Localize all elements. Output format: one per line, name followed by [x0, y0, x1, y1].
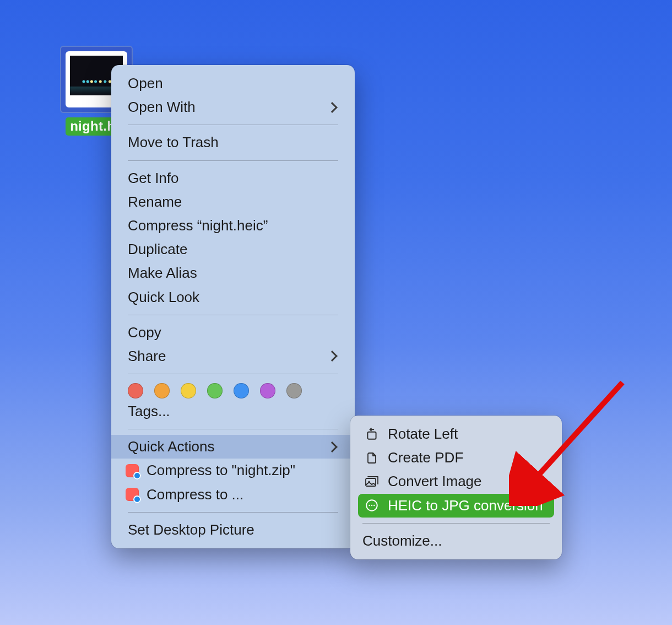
menu-item-label: Make Alias [128, 265, 197, 282]
tag-color-orange[interactable] [154, 383, 170, 398]
menu-compress-to[interactable]: Compress to ... [111, 483, 355, 507]
ellipsis-circle-icon [362, 498, 381, 513]
svg-rect-1 [366, 478, 376, 486]
svg-point-4 [368, 505, 370, 507]
menu-open[interactable]: Open [111, 72, 355, 95]
menu-item-label: Set Desktop Picture [128, 521, 254, 538]
menu-separator [362, 523, 550, 524]
submenu-heic-to-jpg[interactable]: HEIC to JPG conversion [358, 494, 554, 518]
image-stack-icon [362, 474, 381, 489]
menu-move-to-trash[interactable]: Move to Trash [111, 131, 355, 154]
menu-open-with[interactable]: Open With [111, 95, 355, 119]
menu-item-label: Rotate Left [388, 425, 458, 443]
chevron-right-icon [327, 351, 338, 362]
menu-set-desktop-picture[interactable]: Set Desktop Picture [111, 518, 355, 542]
tag-color-green[interactable] [207, 383, 223, 398]
menu-rename[interactable]: Rename [111, 190, 355, 214]
menu-item-label: Rename [128, 193, 182, 211]
menu-item-label: Customize... [362, 532, 442, 549]
tag-color-red[interactable] [128, 383, 143, 398]
svg-rect-0 [367, 432, 376, 439]
menu-separator [128, 512, 338, 513]
menu-separator [128, 125, 338, 125]
submenu-convert-image[interactable]: Convert Image [350, 470, 562, 493]
menu-item-label: Open [128, 75, 163, 92]
menu-item-label: Compress to "night.zip" [147, 462, 295, 479]
tag-color-blue[interactable] [234, 383, 249, 398]
menu-item-label: Get Info [128, 170, 179, 187]
menu-item-label: Tags... [128, 403, 170, 420]
menu-item-label: Open With [128, 99, 196, 116]
menu-item-label: Share [128, 348, 166, 365]
menu-quick-actions[interactable]: Quick Actions [111, 435, 355, 459]
submenu-customize[interactable]: Customize... [350, 529, 562, 553]
menu-tag-colors [111, 380, 355, 400]
menu-compress-to-zip[interactable]: Compress to "night.zip" [111, 459, 355, 482]
svg-point-5 [371, 505, 373, 507]
menu-item-label: Quick Actions [128, 438, 215, 455]
menu-item-label: Compress to ... [147, 486, 243, 503]
tag-color-gray[interactable] [286, 383, 302, 398]
menu-quick-look[interactable]: Quick Look [111, 285, 355, 309]
menu-item-label: Move to Trash [128, 134, 219, 151]
context-menu: Open Open With Move to Trash Get Info Re… [111, 65, 355, 548]
quick-actions-submenu: Rotate Left Create PDF Convert Image HEI… [350, 416, 562, 559]
menu-item-label: Duplicate [128, 241, 187, 258]
compress-app-icon [123, 464, 141, 478]
submenu-rotate-left[interactable]: Rotate Left [350, 422, 562, 446]
menu-tags[interactable]: Tags... [111, 400, 355, 423]
menu-get-info[interactable]: Get Info [111, 166, 355, 190]
menu-share[interactable]: Share [111, 344, 355, 368]
menu-duplicate[interactable]: Duplicate [111, 238, 355, 261]
menu-item-label: HEIC to JPG conversion [388, 497, 543, 514]
document-icon [362, 450, 381, 466]
chevron-right-icon [327, 441, 338, 452]
menu-item-label: Convert Image [388, 473, 482, 490]
menu-copy[interactable]: Copy [111, 321, 355, 344]
tag-color-yellow[interactable] [181, 383, 196, 398]
menu-compress[interactable]: Compress “night.heic” [111, 214, 355, 238]
menu-item-label: Copy [128, 324, 161, 341]
menu-separator [128, 315, 338, 315]
menu-separator [128, 160, 338, 161]
menu-separator [128, 374, 338, 374]
menu-item-label: Quick Look [128, 289, 199, 306]
compress-app-icon [123, 487, 141, 502]
submenu-create-pdf[interactable]: Create PDF [350, 446, 562, 470]
tag-color-purple[interactable] [260, 383, 275, 398]
menu-item-label: Create PDF [388, 449, 463, 466]
svg-point-6 [373, 505, 375, 507]
menu-separator [128, 429, 338, 429]
rotate-left-icon [362, 427, 381, 442]
chevron-right-icon [327, 102, 338, 113]
menu-make-alias[interactable]: Make Alias [111, 261, 355, 285]
menu-item-label: Compress “night.heic” [128, 217, 268, 234]
